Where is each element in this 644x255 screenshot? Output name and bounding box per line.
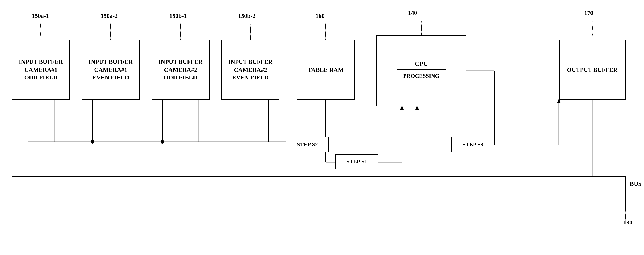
block-150a1: INPUT BUFFERCAMERA#1ODD FIELD <box>12 40 70 100</box>
diagram-container: 150a-1 150a-2 150b-1 150b-2 160 140 170 … <box>0 0 644 255</box>
connections-svg <box>0 0 644 255</box>
step-s2: STEP S2 <box>286 137 329 152</box>
bus-bar <box>12 176 626 193</box>
block-150a2: INPUT BUFFERCAMERA#1EVEN FIELD <box>82 40 140 100</box>
block-150b2: INPUT BUFFERCAMERA#2EVEN FIELD <box>222 40 280 100</box>
step-s1: STEP S1 <box>335 154 378 169</box>
ref-150b2: 150b-2 <box>238 12 256 19</box>
block-140: CPU PROCESSING <box>376 35 466 106</box>
svg-point-8 <box>91 140 94 144</box>
ref-150b1: 150b-1 <box>170 12 187 19</box>
block-170: OUTPUT BUFFER <box>559 40 626 100</box>
ref-150a1: 150a-1 <box>32 12 49 19</box>
bus-label: BUS <box>630 181 642 187</box>
ref-170: 170 <box>584 9 593 16</box>
ref-140: 140 <box>408 9 417 16</box>
ref-130: 130 <box>623 219 632 226</box>
step-s3: STEP S3 <box>452 137 494 152</box>
ref-160: 160 <box>316 12 324 19</box>
ref-150a2: 150a-2 <box>100 12 118 19</box>
processing-box: PROCESSING <box>396 69 446 83</box>
block-150b1: INPUT BUFFERCAMERA#2ODD FIELD <box>152 40 210 100</box>
block-160: TABLE RAM <box>297 40 355 100</box>
svg-point-9 <box>160 140 164 144</box>
